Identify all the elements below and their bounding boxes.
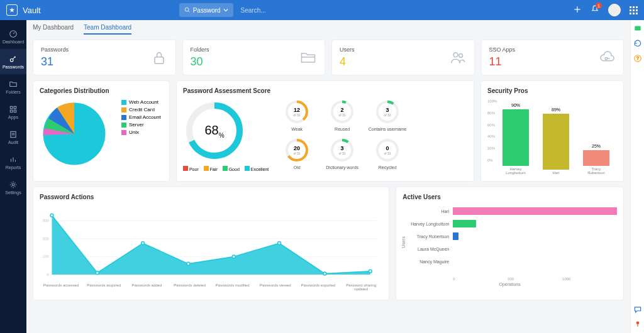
- panel-title: Password Assessment Score: [183, 87, 467, 94]
- tab-my-dashboard[interactable]: My Dashboard: [33, 24, 74, 35]
- svg-line-1: [188, 11, 189, 12]
- card-value: 31: [41, 55, 69, 68]
- svg-point-19: [453, 52, 458, 57]
- card-value: 30: [191, 55, 209, 68]
- sidebar-label: Settings: [5, 190, 21, 195]
- legend-item: Credit Card: [121, 107, 161, 112]
- assessment-ring-contains-username: 3of 31Contains username: [368, 99, 407, 134]
- sidebar-item-apps[interactable]: Apps: [0, 99, 26, 124]
- x-label: Passwords acquired: [82, 283, 125, 291]
- svg-point-20: [458, 53, 462, 57]
- sidebar-item-dashboard[interactable]: Dashboard: [0, 24, 26, 49]
- svg-point-63: [232, 255, 235, 258]
- x-label: Passwords exported: [297, 283, 340, 291]
- sidebar-label: Reports: [6, 165, 21, 170]
- svg-rect-9: [14, 110, 16, 112]
- apps-icon: [9, 105, 18, 114]
- help-icon[interactable]: ?: [633, 54, 642, 63]
- svg-point-59: [50, 214, 53, 217]
- svg-text:0: 0: [386, 145, 389, 151]
- panel-title: Password Actions: [40, 194, 382, 200]
- svg-marker-58: [52, 216, 370, 275]
- svg-point-61: [142, 242, 145, 245]
- legend-item: Email Account: [121, 114, 161, 120]
- assessment-rings: 12of 31Weak2of 31Reused3of 31Contains us…: [277, 99, 407, 172]
- add-button[interactable]: [573, 5, 582, 15]
- svg-point-65: [323, 272, 326, 275]
- x-label: Passwords modified: [211, 283, 254, 291]
- notifications-button[interactable]: 1: [591, 5, 599, 15]
- svg-rect-10: [11, 131, 16, 137]
- card-title: Users: [340, 46, 355, 53]
- refresh-icon[interactable]: [633, 39, 642, 48]
- audit-icon: [9, 130, 18, 139]
- sidebar-item-passwords[interactable]: Passwords: [0, 49, 26, 74]
- panel-title: Security Pros: [487, 87, 617, 94]
- assessment-panel: Password Assessment Score 68% Poor Fair …: [176, 80, 474, 182]
- svg-text:12: 12: [294, 107, 300, 113]
- card-title: SSO Apps: [489, 46, 516, 53]
- assessment-score: 68: [204, 123, 218, 137]
- apps-grid-icon[interactable]: [630, 6, 638, 14]
- svg-text:200: 200: [43, 237, 49, 241]
- svg-text:of 31: of 31: [339, 113, 346, 117]
- svg-rect-7: [14, 106, 16, 109]
- cloud-key-icon: [598, 49, 616, 67]
- sidebar-label: Apps: [8, 115, 18, 119]
- hbar-row: Nancy Maguire: [453, 256, 617, 267]
- pin-icon[interactable]: [633, 319, 642, 328]
- topbar-right: 1: [573, 4, 638, 16]
- bar: 25%Tracy Robertson: [583, 150, 609, 175]
- x-label: Passwords viewed: [254, 283, 297, 291]
- assessment-ring-dictionary-words: 3of 31Dictionary words: [323, 138, 362, 172]
- legend-item: Good: [223, 166, 240, 172]
- dashboard-tabs: My DashboardTeam Dashboard: [33, 24, 624, 35]
- sidebar-label: Passwords: [3, 65, 24, 69]
- categories-pie-chart: [40, 99, 109, 168]
- panel-title: Active Users: [402, 194, 617, 200]
- assessment-legend: Poor Fair Good Excellent: [183, 166, 269, 172]
- stat-card-users[interactable]: Users4: [331, 40, 475, 75]
- svg-point-62: [187, 262, 190, 265]
- svg-text:3: 3: [341, 145, 344, 151]
- active-users-chart: Users HariHarvey LongbottomTracy Roberts…: [402, 205, 617, 275]
- sidebar-label: Dashboard: [3, 40, 24, 44]
- search-wrap: Password: [179, 3, 354, 17]
- x-label: Passwords deleted: [168, 283, 211, 291]
- app-name: Vault: [23, 6, 41, 15]
- assessment-suffix: %: [219, 132, 225, 139]
- svg-rect-17: [155, 57, 164, 63]
- user-avatar[interactable]: [608, 4, 621, 16]
- password-actions-chart: 0100200300 Passwords accessedPasswords a…: [40, 205, 382, 293]
- search-category-select[interactable]: Password: [179, 3, 233, 17]
- status-icon[interactable]: [633, 24, 642, 33]
- stat-card-sso-apps[interactable]: SSO Apps11: [481, 40, 625, 75]
- users-icon: [449, 49, 467, 67]
- sidebar: DashboardPasswordsFoldersAppsAuditReport…: [0, 20, 26, 333]
- hbar-row: Harvey Longbottom: [453, 218, 617, 229]
- assessment-ring-weak: 12of 31Weak: [277, 99, 316, 134]
- sidebar-item-folders[interactable]: Folders: [0, 74, 26, 99]
- panel-title: Categories Distribution: [40, 87, 163, 94]
- sidebar-label: Audit: [8, 140, 18, 145]
- search-input[interactable]: [241, 7, 354, 14]
- svg-rect-8: [10, 110, 13, 112]
- settings-icon: [9, 180, 18, 189]
- assessment-ring-recycled: 0of 31Recycled: [368, 138, 407, 172]
- right-rail: ?: [630, 20, 644, 333]
- sidebar-item-settings[interactable]: Settings: [0, 175, 26, 200]
- legend-item: Unix: [121, 129, 161, 135]
- hbar-row: Hari: [453, 205, 617, 217]
- sidebar-item-audit[interactable]: Audit: [0, 124, 26, 150]
- categories-panel: Categories Distribution Web AccountCredi…: [33, 80, 170, 182]
- folder-icon: [9, 80, 18, 89]
- tab-team-dashboard[interactable]: Team Dashboard: [84, 24, 131, 35]
- hbar-row: Tracy Robertson: [453, 231, 617, 242]
- stat-card-folders[interactable]: Folders30: [182, 40, 326, 75]
- chat-icon[interactable]: [633, 305, 642, 314]
- svg-text:of 31: of 31: [384, 151, 391, 155]
- security-pros-panel: Security Pros 100%80%60%40%20%0% 90%Harv…: [480, 80, 624, 182]
- card-value: 4: [340, 55, 355, 68]
- stat-card-passwords[interactable]: Passwords31: [33, 40, 176, 75]
- sidebar-item-reports[interactable]: Reports: [0, 150, 26, 175]
